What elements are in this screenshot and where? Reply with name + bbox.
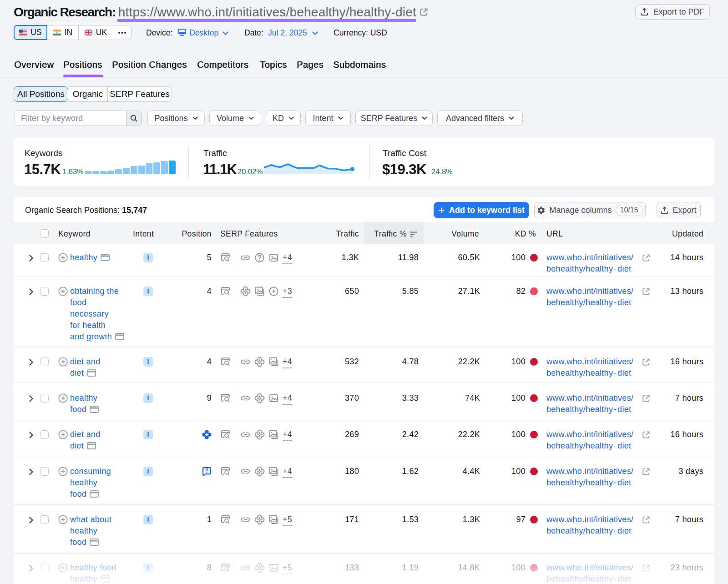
svg-text:?: ? (205, 468, 209, 474)
